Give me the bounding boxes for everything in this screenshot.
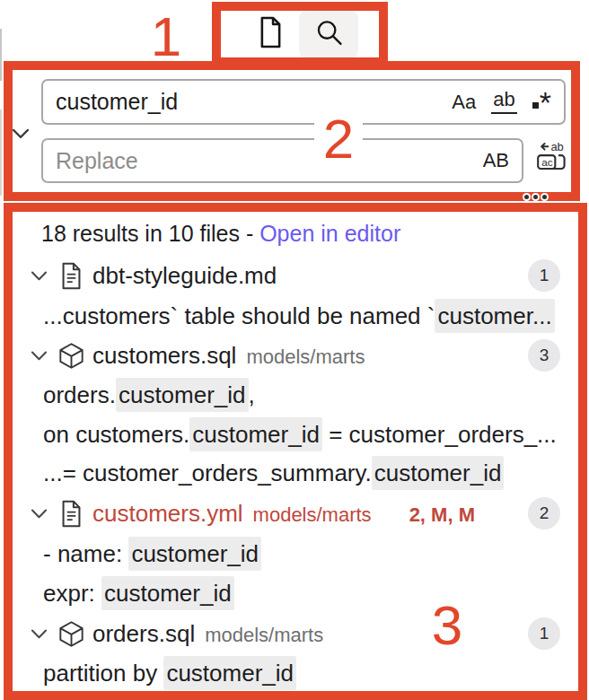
svg-text:ac: ac (541, 156, 553, 168)
search-input[interactable] (43, 89, 452, 115)
match-row[interactable]: on customers.customer_id = customer_orde… (0, 414, 589, 455)
replace-all-icon: ab ac (532, 139, 570, 179)
model-cube-icon (57, 342, 85, 370)
match-highlight: customer_id (101, 576, 234, 610)
match-text: ...= customer_orders_summary. (43, 459, 372, 486)
match-row[interactable]: ...customers` table should be named `cus… (0, 295, 589, 337)
chevron-down-icon (11, 127, 31, 144)
file-path: models/marts (253, 503, 372, 526)
match-case-button[interactable]: Aa (452, 92, 476, 112)
results-summary: 18 results in 10 files - Open in editor (41, 214, 400, 253)
search-input-box: Aa ab * (41, 79, 566, 125)
open-in-editor-link[interactable]: Open in editor (259, 221, 400, 247)
file-row-customers-sql[interactable]: customers.sqlmodels/marts 3 (0, 335, 589, 376)
match-highlight: customer_id (189, 417, 322, 451)
document-icon (57, 262, 85, 290)
file-row-dbt-styleguide[interactable]: dbt-styleguide.md 1 (0, 255, 589, 296)
regex-dot (532, 102, 539, 109)
match-highlight: customer_id (128, 537, 261, 571)
document-icon (57, 500, 85, 528)
replace-input[interactable] (43, 148, 483, 174)
replace-all-button[interactable]: ab ac (532, 140, 571, 178)
git-status-badges: 2, M, M (409, 503, 475, 526)
match-row[interactable]: ...= customer_orders_summary.customer_id (0, 452, 589, 494)
match-text: ...customers` table should be named ` (43, 302, 435, 329)
match-count-badge: 2 (528, 497, 560, 529)
match-row[interactable]: orders.customer_id, (0, 374, 589, 416)
file-path: models/marts (246, 346, 365, 368)
results-count: 18 results in 10 files (41, 221, 240, 247)
file-path: models/marts (205, 624, 323, 646)
annotation-label-1: 1 (144, 9, 189, 65)
chevron-down-icon[interactable] (28, 270, 49, 282)
match-row[interactable]: partition by customer_id (0, 652, 589, 694)
file-icon (257, 16, 285, 52)
annotation-label-2: 2 (314, 109, 363, 169)
match-row[interactable]: expr: customer_id (0, 573, 589, 614)
search-tab-button[interactable] (299, 10, 358, 59)
match-text: partition by (43, 660, 163, 687)
whole-word-button[interactable]: ab (491, 90, 516, 114)
file-name: dbt-styleguide.md (92, 262, 277, 290)
panel-edge-line (0, 29, 2, 81)
match-count-badge: 1 (528, 617, 560, 650)
match-highlight: customer_id (163, 656, 296, 690)
file-row-customers-yml[interactable]: customers.ymlmodels/marts2, M, M 2 (0, 493, 589, 534)
match-count-badge: 1 (528, 259, 560, 292)
toggle-replace-button[interactable] (8, 126, 33, 145)
chevron-down-icon[interactable] (28, 508, 49, 520)
search-sidebar: Aa ab * AB ab ac 18 results in 10 files … (0, 0, 589, 700)
match-text: on customers. (43, 421, 189, 448)
match-text: orders. (43, 381, 116, 408)
chevron-down-icon[interactable] (28, 350, 49, 362)
search-options: Aa ab * (452, 90, 564, 114)
match-highlight: customer... (435, 299, 554, 333)
match-text: expr: (43, 580, 101, 607)
svg-text:ab: ab (550, 140, 563, 153)
match-row[interactable]: - name: customer_id (0, 533, 589, 574)
chevron-down-icon[interactable] (28, 628, 49, 640)
file-row-orders-sql[interactable]: orders.sqlmodels/marts 1 (0, 613, 589, 654)
search-icon (314, 18, 344, 51)
match-text: - name: (43, 540, 128, 567)
regex-button[interactable]: * (532, 94, 551, 110)
match-text: = customer_orders_... (322, 421, 557, 448)
annotation-label-3: 3 (423, 598, 471, 653)
preserve-case-button[interactable]: AB (483, 151, 509, 171)
file-name: orders.sqlmodels/marts (92, 620, 323, 648)
regex-star: * (540, 94, 551, 110)
explorer-tab-button[interactable] (244, 11, 296, 57)
summary-separator: - (240, 221, 259, 247)
panel-edge-line (0, 109, 2, 196)
more-actions-icon[interactable] (524, 195, 547, 199)
replace-input-box: AB (41, 138, 523, 183)
match-highlight: customer_id (116, 378, 249, 412)
match-text: , (249, 381, 255, 408)
match-count-badge: 3 (528, 339, 560, 372)
match-highlight: customer_id (372, 456, 505, 490)
model-cube-icon (57, 620, 85, 648)
file-name: customers.sqlmodels/marts (92, 342, 365, 370)
file-name: customers.ymlmodels/marts2, M, M (92, 500, 475, 528)
